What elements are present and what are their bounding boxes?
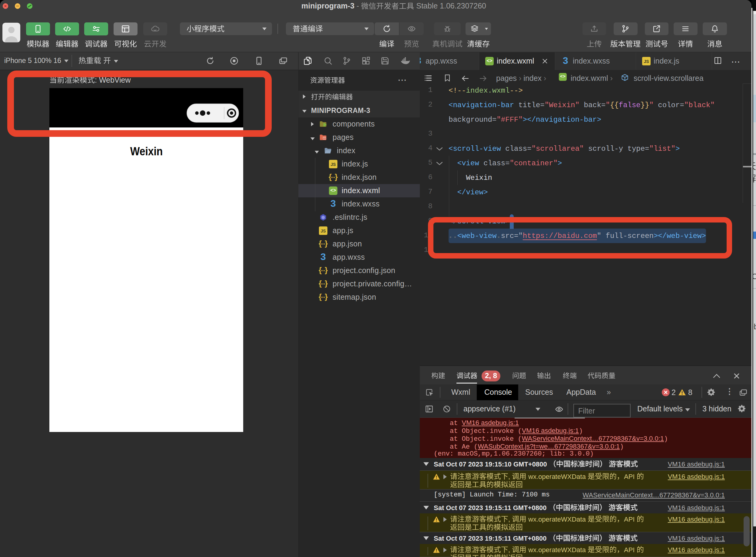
- svg-text:<>: <>: [323, 137, 326, 140]
